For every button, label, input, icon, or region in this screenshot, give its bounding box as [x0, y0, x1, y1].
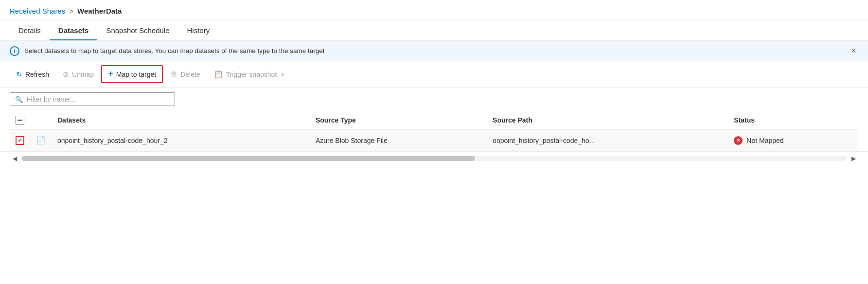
icon-header [30, 111, 52, 130]
refresh-button[interactable]: ↻ Refresh [10, 67, 55, 82]
select-all-header[interactable] [10, 111, 30, 130]
search-input[interactable] [27, 95, 170, 103]
datasets-table: Datasets Source Type Source Path Status … [10, 111, 858, 151]
delete-label: Delete [180, 71, 200, 78]
select-all-checkbox[interactable] [16, 116, 24, 124]
scroll-right-button[interactable]: ▶ [849, 154, 858, 163]
refresh-label: Refresh [25, 71, 49, 78]
unmap-label: Unmap [72, 71, 94, 78]
info-banner-text: Select datasets to map to target data st… [24, 47, 844, 54]
datasets-column-header: Datasets [52, 111, 310, 130]
row-checkbox[interactable]: ✓ [16, 136, 24, 145]
table-wrap: Datasets Source Type Source Path Status … [0, 111, 868, 151]
row-source-type-cell: Azure Blob Storage File [310, 130, 487, 151]
status-label: Not Mapped [746, 137, 783, 144]
unmap-button[interactable]: ⊘ Unmap [56, 67, 100, 82]
source-type-column-header: Source Type [310, 111, 487, 130]
chevron-down-icon: ∨ [281, 71, 284, 77]
info-close-button[interactable]: × [849, 46, 858, 56]
table-row: ✓ 📄 onpoint_history_postal-code_hour_2 A… [10, 130, 858, 151]
breadcrumb-separator: > [69, 7, 73, 15]
scroll-left-button[interactable]: ◀ [10, 154, 19, 163]
delete-button[interactable]: 🗑 Delete [164, 67, 206, 82]
tab-snapshot-schedule[interactable]: Snapshot Schedule [97, 20, 178, 40]
row-source-path-cell: onpoint_history_postal-code_ho... [487, 130, 728, 151]
scroll-track[interactable] [21, 156, 847, 161]
table-header-row: Datasets Source Type Source Path Status [10, 111, 858, 130]
status-cell-content: Not Mapped [734, 136, 852, 145]
map-to-target-label: Map to target [116, 71, 157, 78]
delete-icon: 🗑 [170, 70, 177, 78]
tabs-bar: Details Datasets Snapshot Schedule Histo… [0, 20, 868, 41]
unmap-icon: ⊘ [63, 70, 69, 79]
info-icon: i [10, 46, 19, 56]
refresh-icon: ↻ [16, 70, 22, 79]
row-checkbox-cell[interactable]: ✓ [10, 130, 30, 151]
source-path-column-header: Source Path [487, 111, 728, 130]
filter-bar: 🔍 [0, 88, 868, 111]
map-to-target-button[interactable]: + Map to target [101, 65, 163, 83]
trigger-snapshot-label: Trigger snapshot [226, 71, 277, 78]
row-dataset-name-cell: onpoint_history_postal-code_hour_2 [52, 130, 310, 151]
status-error-icon [734, 136, 743, 145]
trigger-snapshot-icon: 📋 [214, 70, 223, 79]
checkbox-dash [18, 120, 22, 121]
toolbar: ↻ Refresh ⊘ Unmap + Map to target 🗑 Dele… [0, 61, 868, 88]
trigger-snapshot-button[interactable]: 📋 Trigger snapshot ∨ [208, 67, 291, 82]
map-to-target-icon: + [108, 69, 113, 79]
info-banner: i Select datasets to map to target data … [0, 41, 868, 61]
tab-details[interactable]: Details [10, 20, 50, 40]
scroll-thumb [21, 156, 475, 161]
filter-input-wrap: 🔍 [10, 92, 175, 106]
row-status-cell: Not Mapped [728, 130, 858, 151]
tab-history[interactable]: History [178, 20, 219, 40]
breadcrumb-current: WeatherData [77, 7, 122, 15]
breadcrumb: Received Shares > WeatherData [0, 0, 868, 20]
horizontal-scrollbar: ◀ ▶ [0, 151, 868, 165]
breadcrumb-link[interactable]: Received Shares [10, 7, 65, 15]
checkbox-check-icon: ✓ [18, 137, 22, 144]
file-icon: 📄 [36, 136, 46, 144]
tab-datasets[interactable]: Datasets [50, 20, 98, 40]
status-column-header: Status [728, 111, 858, 130]
search-icon: 🔍 [15, 96, 23, 103]
row-file-icon-cell: 📄 [30, 130, 52, 151]
